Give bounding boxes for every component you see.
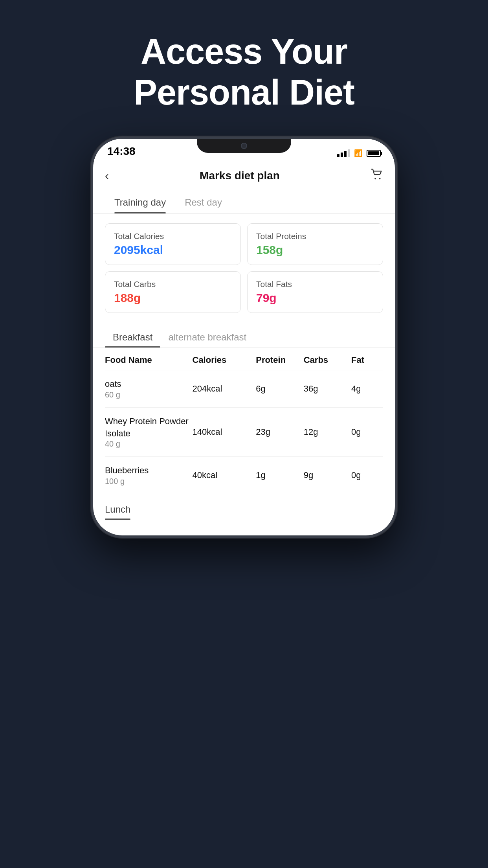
food-carbs: 9g: [304, 470, 351, 480]
header-food-name: Food Name: [105, 355, 193, 365]
food-weight: 100 g: [105, 477, 193, 486]
food-carbs: 12g: [304, 427, 351, 437]
food-name: oats: [105, 378, 193, 390]
food-name: Whey Protein Powder Isolate: [105, 416, 193, 440]
food-fat: 0g: [351, 470, 383, 480]
food-name: Blueberries: [105, 465, 193, 477]
food-calories: 140kcal: [193, 427, 256, 437]
tab-breakfast[interactable]: Breakfast: [105, 326, 160, 348]
svg-point-0: [374, 178, 376, 180]
lunch-tab-row: Lunch: [105, 504, 383, 520]
stat-value-calories: 2095kcal: [114, 243, 232, 257]
cart-button[interactable]: [371, 169, 383, 182]
food-protein: 1g: [256, 470, 303, 480]
side-button-volume: [91, 217, 93, 241]
tab-alternate-breakfast[interactable]: alternate breakfast: [160, 326, 254, 348]
table-row: oats 60 g 204kcal 6g 36g 4g: [105, 370, 383, 408]
food-fat: 4g: [351, 384, 383, 394]
stat-card-proteins: Total Proteins 158g: [247, 223, 383, 265]
meal-tabs: Breakfast alternate breakfast: [93, 326, 395, 348]
header-protein: Protein: [256, 355, 303, 365]
food-carbs: 36g: [304, 384, 351, 394]
stat-label-carbs: Total Carbs: [114, 280, 232, 289]
food-weight: 40 g: [105, 440, 193, 449]
camera: [241, 143, 247, 149]
stat-label-fats: Total Fats: [256, 280, 374, 289]
signal-icon: [337, 149, 350, 157]
food-table: Food Name Calories Protein Carbs Fat oat…: [93, 348, 395, 494]
header-fat: Fat: [351, 355, 383, 365]
stats-grid: Total Calories 2095kcal Total Proteins 1…: [93, 214, 395, 322]
tab-rest-day[interactable]: Rest day: [175, 189, 231, 213]
status-icons: 📶: [337, 149, 381, 158]
food-calories: 40kcal: [193, 470, 256, 480]
day-tabs: Training day Rest day: [93, 189, 395, 214]
food-calories: 204kcal: [193, 384, 256, 394]
food-protein: 23g: [256, 427, 303, 437]
nav-bar: ‹ Marks diet plan: [93, 161, 395, 189]
notch: [197, 139, 291, 153]
stat-card-calories: Total Calories 2095kcal: [105, 223, 241, 265]
phone-frame: 14:38 📶 ‹ Marks diet pla: [91, 136, 397, 538]
table-row: Blueberries 100 g 40kcal 1g 9g 0g: [105, 457, 383, 494]
phone-wrapper: 14:38 📶 ‹ Marks diet pla: [0, 136, 488, 538]
stat-label-proteins: Total Proteins: [256, 232, 374, 241]
lunch-section: Lunch: [93, 496, 395, 520]
hero-section: Access Your Personal Diet: [0, 0, 488, 136]
tab-lunch[interactable]: Lunch: [105, 504, 130, 520]
food-name-cell: oats 60 g: [105, 378, 193, 399]
svg-point-1: [379, 178, 381, 180]
food-protein: 6g: [256, 384, 303, 394]
hero-title: Access Your Personal Diet: [0, 31, 488, 113]
table-row: Whey Protein Powder Isolate 40 g 140kcal…: [105, 408, 383, 457]
stat-value-fats: 79g: [256, 291, 374, 305]
stat-value-carbs: 188g: [114, 291, 232, 305]
food-weight: 60 g: [105, 390, 193, 399]
header-calories: Calories: [193, 355, 256, 365]
stat-card-carbs: Total Carbs 188g: [105, 271, 241, 313]
back-button[interactable]: ‹: [105, 169, 109, 182]
side-button-power: [395, 210, 397, 245]
table-header: Food Name Calories Protein Carbs Fat: [105, 348, 383, 370]
wifi-icon: 📶: [354, 149, 363, 158]
tab-training-day[interactable]: Training day: [105, 189, 175, 213]
stat-card-fats: Total Fats 79g: [247, 271, 383, 313]
stat-value-proteins: 158g: [256, 243, 374, 257]
screen: 14:38 📶 ‹ Marks diet pla: [93, 139, 395, 535]
page-title: Marks diet plan: [200, 169, 280, 182]
food-fat: 0g: [351, 427, 383, 437]
food-name-cell: Blueberries 100 g: [105, 465, 193, 486]
status-time: 14:38: [107, 145, 136, 158]
header-carbs: Carbs: [304, 355, 351, 365]
stat-label-calories: Total Calories: [114, 232, 232, 241]
battery-icon: [367, 150, 381, 157]
food-name-cell: Whey Protein Powder Isolate 40 g: [105, 416, 193, 449]
